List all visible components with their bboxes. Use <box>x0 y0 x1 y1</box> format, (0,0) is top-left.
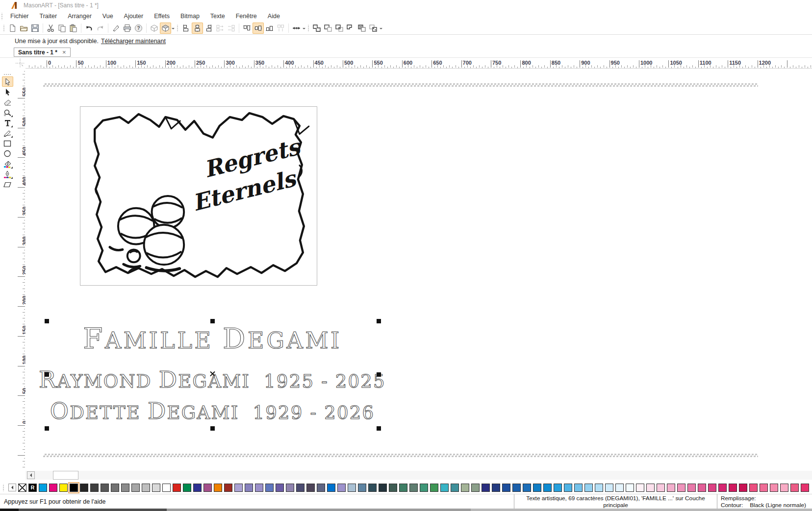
color-swatch[interactable] <box>801 484 809 492</box>
artistic-text-line1[interactable]: FAMILLE DEGAMI <box>83 324 342 353</box>
cut-icon[interactable] <box>45 23 56 34</box>
color-swatch[interactable] <box>111 484 119 492</box>
paste-icon[interactable] <box>68 23 79 34</box>
ruler-origin-icon[interactable] <box>15 58 25 69</box>
color-swatch[interactable] <box>657 484 665 492</box>
selection-handle-bottom-left[interactable] <box>45 426 49 431</box>
pick-tool[interactable] <box>2 76 13 87</box>
color-swatch[interactable] <box>409 484 418 492</box>
open-icon[interactable] <box>18 23 29 34</box>
color-swatch[interactable] <box>306 484 315 492</box>
rectangle-tool[interactable] <box>2 138 13 148</box>
color-swatch[interactable] <box>708 484 716 492</box>
ellipse-tool[interactable] <box>2 148 13 159</box>
shape-tool[interactable] <box>2 87 13 97</box>
zoom-tool[interactable] <box>2 107 13 118</box>
fill-tool[interactable] <box>2 159 13 169</box>
color-swatch[interactable] <box>770 484 778 492</box>
color-swatch[interactable] <box>677 484 685 492</box>
color-swatch[interactable] <box>523 484 531 492</box>
color-swatch[interactable] <box>327 484 335 492</box>
color-swatch[interactable] <box>749 484 758 492</box>
scrollbar-thumb[interactable] <box>53 471 78 480</box>
distribute-horizontal2-icon[interactable] <box>226 23 237 34</box>
color-swatch[interactable] <box>502 484 510 492</box>
color-swatch[interactable] <box>564 484 572 492</box>
drawing-canvas[interactable]: Regrets Eternels FAMILLE DEGAMI RAYMOND … <box>25 69 812 469</box>
selection-handle-top-center[interactable] <box>210 319 215 323</box>
knife-icon[interactable] <box>110 23 122 34</box>
color-swatch[interactable] <box>379 484 387 492</box>
color-swatch[interactable] <box>430 484 438 492</box>
color-swatch[interactable] <box>729 484 737 492</box>
print-icon[interactable] <box>122 23 133 34</box>
color-swatch[interactable] <box>286 484 294 492</box>
menu-arranger[interactable]: Arranger <box>62 12 97 21</box>
selection-handle-middle-right[interactable] <box>377 372 381 377</box>
color-swatch[interactable] <box>296 484 304 492</box>
palette-drag-handle[interactable] <box>2 484 4 491</box>
cube-wireframe-icon[interactable] <box>149 23 160 34</box>
color-swatch[interactable] <box>59 484 68 492</box>
color-swatch[interactable] <box>595 484 603 492</box>
selection-handle-top-left[interactable] <box>45 319 49 323</box>
color-swatch[interactable] <box>317 484 325 492</box>
color-swatch[interactable] <box>142 484 150 492</box>
align-left-icon[interactable] <box>180 23 192 34</box>
download-update-link[interactable]: Télécharger maintenant <box>101 38 166 45</box>
color-swatch[interactable] <box>90 484 99 492</box>
color-swatch[interactable] <box>687 484 696 492</box>
outline-pen-tool[interactable] <box>2 169 13 179</box>
shape-extra-tool[interactable] <box>2 179 13 190</box>
simplify-icon[interactable] <box>345 23 356 34</box>
color-swatch[interactable] <box>574 484 583 492</box>
color-swatch[interactable] <box>636 484 644 492</box>
toolbar-drag-handle[interactable] <box>307 24 309 32</box>
dimension-dropdown-icon[interactable] <box>303 28 305 31</box>
distribute-horizontal-icon[interactable] <box>214 23 226 34</box>
color-swatch[interactable] <box>70 484 78 492</box>
cube-shaded-icon[interactable] <box>160 23 171 34</box>
toolbox-drag-handle[interactable] <box>3 73 12 75</box>
menu-ajouter[interactable]: Ajouter <box>119 12 149 21</box>
color-swatch[interactable] <box>605 484 613 492</box>
color-swatch[interactable] <box>214 484 222 492</box>
color-swatch[interactable] <box>492 484 500 492</box>
color-swatch[interactable] <box>739 484 747 492</box>
scroll-left-button[interactable] <box>27 471 35 479</box>
toolbar-drag-handle[interactable] <box>3 24 5 32</box>
color-swatch[interactable] <box>255 484 263 492</box>
color-swatch[interactable] <box>131 484 140 492</box>
menu-texte[interactable]: Texte <box>205 12 230 21</box>
weld-icon[interactable] <box>311 23 323 34</box>
color-swatch[interactable] <box>39 484 47 492</box>
color-swatch[interactable] <box>615 484 624 492</box>
redo-icon[interactable] <box>95 23 106 34</box>
color-swatch[interactable] <box>152 484 160 492</box>
toolbar-drag-handle[interactable] <box>177 24 178 32</box>
selection-center-mark[interactable] <box>209 370 216 377</box>
color-swatch[interactable] <box>389 484 397 492</box>
scrollbar-track[interactable] <box>25 471 812 480</box>
tab-close-icon[interactable]: × <box>62 50 66 55</box>
document-tab[interactable]: Sans titre - 1 * × <box>14 48 71 57</box>
color-swatch[interactable] <box>471 484 480 492</box>
color-swatch[interactable] <box>224 484 232 492</box>
new-document-icon[interactable] <box>7 23 18 34</box>
color-swatch[interactable] <box>718 484 727 492</box>
no-color-swatch[interactable] <box>18 484 26 492</box>
color-swatch[interactable] <box>760 484 768 492</box>
menu-traiter[interactable]: Traiter <box>34 12 63 21</box>
selection-handle-middle-left[interactable] <box>45 372 49 377</box>
color-swatch[interactable] <box>399 484 407 492</box>
color-swatch[interactable] <box>512 484 521 492</box>
menu-bitmap[interactable]: Bitmap <box>175 12 205 21</box>
color-swatch[interactable] <box>183 484 191 492</box>
back-minus-front-icon[interactable] <box>368 23 379 34</box>
dimension-arrow-icon[interactable] <box>291 23 302 34</box>
color-swatch[interactable] <box>358 484 366 492</box>
color-swatch[interactable] <box>440 484 449 492</box>
color-swatch[interactable] <box>348 484 356 492</box>
color-swatch[interactable] <box>276 484 284 492</box>
copy-icon[interactable] <box>56 23 68 34</box>
